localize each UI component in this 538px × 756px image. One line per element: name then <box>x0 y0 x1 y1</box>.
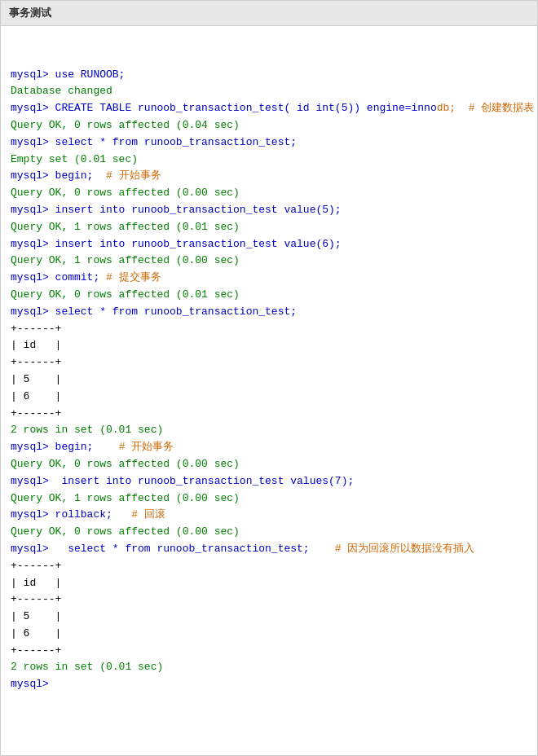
terminal-line: 2 rows in set (0.01 sec) <box>11 422 527 439</box>
terminal-line: mysql> CREATE TABLE runoob_transaction_t… <box>11 100 527 117</box>
terminal-line: mysql> <box>11 676 527 693</box>
terminal-line: mysql> insert into runoob_transaction_te… <box>11 236 527 253</box>
terminal-line: Query OK, 0 rows affected (0.00 sec) <box>11 185 527 202</box>
terminal-line: mysql> insert into runoob_transaction_te… <box>11 473 527 490</box>
terminal-line: | id | <box>11 337 527 354</box>
window-title: 事务测试 <box>9 7 51 19</box>
terminal-line: Query OK, 0 rows affected (0.01 sec) <box>11 287 527 304</box>
terminal-line: Empty set (0.01 sec) <box>11 152 527 169</box>
terminal-line: +------+ <box>11 643 527 660</box>
terminal-line: Query OK, 0 rows affected (0.00 sec) <box>11 524 527 541</box>
main-window: 事务测试 mysql> use RUNOOB;Database changedm… <box>0 0 538 756</box>
terminal-line: Database changed <box>11 83 527 100</box>
terminal-line: +------+ <box>11 354 527 371</box>
terminal-line: mysql> begin; # 开始事务 <box>11 439 527 456</box>
terminal-line: Query OK, 0 rows affected (0.04 sec) <box>11 117 527 134</box>
terminal-line: mysql> rollback; # 回滚 <box>11 507 527 524</box>
terminal-line: mysql> select * from runoob_transaction_… <box>11 541 527 558</box>
terminal-line: | id | <box>11 575 527 592</box>
terminal-line: mysql> select * from runoob_transaction_… <box>11 134 527 152</box>
terminal-line: | 6 | <box>11 626 527 643</box>
terminal-line: Query OK, 1 rows affected (0.01 sec) <box>11 219 527 236</box>
terminal-line: Query OK, 0 rows affected (0.00 sec) <box>11 456 527 473</box>
terminal-line: | 5 | <box>11 371 527 389</box>
terminal-line: mysql> use RUNOOB; <box>11 67 527 84</box>
terminal-line: Query OK, 1 rows affected (0.00 sec) <box>11 253 527 270</box>
terminal-line: +------+ <box>11 406 527 423</box>
terminal-line: Query OK, 1 rows affected (0.00 sec) <box>11 490 527 508</box>
terminal-line: mysql> insert into runoob_transaction_te… <box>11 202 527 219</box>
terminal-line: 2 rows in set (0.01 sec) <box>11 659 527 676</box>
terminal-line: mysql> begin; # 开始事务 <box>11 168 527 185</box>
terminal-line: mysql> commit; # 提交事务 <box>11 270 527 287</box>
terminal-line: mysql> select * from runoob_transaction_… <box>11 304 527 321</box>
terminal-content: mysql> use RUNOOB;Database changedmysql>… <box>1 26 537 700</box>
terminal-line: | 6 | <box>11 389 527 406</box>
title-bar: 事务测试 <box>1 1 537 26</box>
terminal-line: +------+ <box>11 558 527 575</box>
terminal-line: | 5 | <box>11 609 527 626</box>
terminal-line: +------+ <box>11 321 527 338</box>
terminal-line: +------+ <box>11 591 527 609</box>
